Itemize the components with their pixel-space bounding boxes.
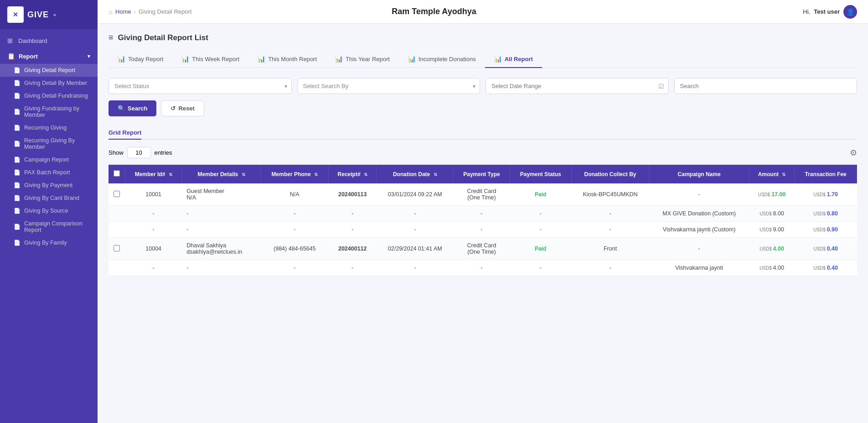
status-select-wrapper: Select Status ▾ [108, 78, 292, 94]
col-label: Payment Type [463, 171, 500, 178]
member-phone: (984) 484-65645 [261, 238, 329, 260]
doc-icon: 📄 [14, 67, 21, 73]
payment-status: Paid [510, 238, 571, 260]
header: ⌂ Home › Giving Detail Report Ram Temple… [98, 0, 868, 24]
amount-value: USD$ 4.00 [760, 245, 784, 252]
col-label: Donation Date [393, 171, 430, 178]
search-icon: 🔍 [118, 105, 125, 112]
gear-button[interactable]: ⚙ [850, 148, 857, 158]
col-campaign-name: Campaign Name [649, 165, 749, 183]
col-label: Campaign Name [678, 171, 721, 178]
tab-all[interactable]: 📊 All Report [485, 51, 542, 68]
col-checkbox[interactable] [108, 165, 125, 183]
reset-button[interactable]: ↺ Reset [161, 100, 204, 116]
transaction-fee: USD$ 0.40 [795, 238, 857, 260]
sidebar-subitem-pax-batch-report[interactable]: 📄 PAX Batch Report [0, 166, 98, 179]
payment-type: - [454, 222, 510, 238]
transaction-fee: USD$ 0.80 [795, 206, 857, 222]
amount: USD$ 8.00 [749, 206, 794, 222]
sort-icon: ⇅ [782, 172, 785, 177]
sub-item-label: Recurring Giving [24, 125, 67, 131]
member-details: Guest Member N/A [182, 183, 261, 206]
status-select[interactable]: Select Status [108, 78, 292, 94]
chart-icon: 📊 [181, 55, 189, 63]
tab-week[interactable]: 📊 This Week Report [172, 51, 248, 68]
sidebar-subitem-campaign-comparison-report[interactable]: 📄 Campaign Comparison Report [0, 217, 98, 236]
select-all-checkbox[interactable] [114, 170, 120, 177]
sidebar-subitem-giving-by-card-brand[interactable]: 📄 Giving By Card Brand [0, 192, 98, 204]
campaign-name: - [649, 238, 749, 260]
breadcrumb: ⌂ Home › Giving Detail Report [108, 8, 191, 16]
sidebar-subitem-recurring-giving-by-member[interactable]: 📄 Recurring Giving By Member [0, 134, 98, 153]
row-checkbox[interactable] [114, 191, 120, 197]
member-phone: - [261, 260, 329, 276]
amount: USD$ 4.00 [749, 238, 794, 260]
tab-label: This Year Report [346, 56, 390, 63]
fee-value: USD$ 0.90 [813, 226, 838, 233]
sidebar-subitem-giving-by-payment[interactable]: 📄 Giving By Payment [0, 179, 98, 192]
entries-input[interactable] [127, 147, 151, 158]
col-member-phone[interactable]: Member Phone ⇅ [261, 165, 329, 183]
sub-item-label: Giving By Source [24, 208, 68, 214]
sidebar-subitem-giving-detail-report[interactable]: 📄 Giving Detail Report [0, 64, 98, 77]
date-range-input[interactable] [486, 78, 669, 94]
page-body: ≡ Giving Detail Report List 📊 Today Repo… [98, 24, 868, 423]
search-by-select[interactable]: Select Search By [297, 78, 480, 94]
fee-value: USD$ 0.40 [813, 245, 838, 252]
table-row: 10004Dhaval Sakhiya dsakhiya@netclues.in… [108, 238, 857, 260]
logo[interactable]: ✕ GIVE « [0, 0, 98, 29]
receipt: 202400113 [329, 183, 377, 206]
member-id: - [125, 222, 182, 238]
sidebar-subitem-giving-by-source[interactable]: 📄 Giving By Source [0, 204, 98, 217]
member-id: - [125, 206, 182, 222]
sidebar-subitem-recurring-giving[interactable]: 📄 Recurring Giving [0, 121, 98, 134]
breadcrumb-separator: › [134, 8, 136, 15]
col-member-details[interactable]: Member Details ⇅ [182, 165, 261, 183]
amount-value: USD$ 17.00 [758, 191, 786, 198]
grid-tab[interactable]: Grid Report [108, 126, 141, 140]
entries-left: Show entries [108, 147, 172, 158]
donation-collect-by: - [571, 260, 649, 276]
tab-year[interactable]: 📊 This Year Report [326, 51, 399, 68]
search-button[interactable]: 🔍 Search [108, 100, 156, 116]
sub-item-label: Giving By Card Brand [24, 195, 79, 201]
donation-date: 02/29/2024 01:41 AM [377, 238, 454, 260]
sidebar-subitem-giving-detail-fundraising[interactable]: 📄 Giving Detail Fundraising [0, 89, 98, 102]
header-user: Hi, Test user 👤 [803, 5, 857, 19]
member-details: Dhaval Sakhiya dsakhiya@netclues.in [182, 238, 261, 260]
col-donation-date[interactable]: Donation Date ⇅ [377, 165, 454, 183]
breadcrumb-home[interactable]: Home [115, 8, 131, 15]
col-amount[interactable]: Amount ⇅ [749, 165, 794, 183]
reset-button-label: Reset [178, 105, 194, 112]
sidebar-subitem-giving-by-family[interactable]: 📄 Giving By Family [0, 236, 98, 249]
filters-row: Select Status ▾ Select Search By ▾ ☑ [108, 78, 857, 94]
col-label: Payment Status [520, 171, 561, 178]
col-member-id[interactable]: Member Id# ⇅ [125, 165, 182, 183]
home-icon: ⌂ [108, 8, 113, 16]
doc-icon: 📄 [14, 157, 21, 163]
col-receipt[interactable]: Receipt# ⇅ [329, 165, 377, 183]
sort-icon: ⇅ [314, 172, 318, 177]
sidebar-item-dashboard[interactable]: ⊞ Dashboard [0, 33, 98, 48]
sidebar-subitem-campaign-report[interactable]: 📄 Campaign Report [0, 153, 98, 166]
fee-value: USD$ 0.40 [813, 265, 838, 271]
avatar: 👤 [843, 5, 857, 19]
sub-item-label: Giving Detail Report [24, 67, 75, 73]
col-transaction-fee: Transaction Fee [795, 165, 857, 183]
payment-status: Paid [510, 183, 571, 206]
sidebar-nav: ⊞ Dashboard 📋 Report ▾ 📄 Giving Detail R… [0, 29, 98, 253]
sort-icon: ⇅ [169, 172, 172, 177]
row-checkbox[interactable] [114, 245, 120, 251]
sidebar-subitem-giving-fundraising-by-member[interactable]: 📄 Giving Fundraising by Member [0, 102, 98, 121]
table-row: 10001Guest Member N/AN/A20240011303/01/2… [108, 183, 857, 206]
search-input[interactable] [674, 78, 858, 94]
tab-today[interactable]: 📊 Today Report [108, 51, 172, 68]
tab-month[interactable]: 📊 This Month Report [248, 51, 326, 68]
tab-incomplete[interactable]: 📊 Incomplete Donations [399, 51, 485, 68]
sidebar-item-report[interactable]: 📋 Report ▾ [0, 48, 98, 64]
fee-value: USD$ 0.80 [813, 210, 838, 217]
search-by-select-wrapper: Select Search By ▾ [297, 78, 480, 94]
donation-date: - [377, 260, 454, 276]
sidebar-subitem-giving-detail-by-member[interactable]: 📄 Giving Detail By Member [0, 77, 98, 89]
sub-item-label: Giving Detail By Member [24, 80, 87, 86]
